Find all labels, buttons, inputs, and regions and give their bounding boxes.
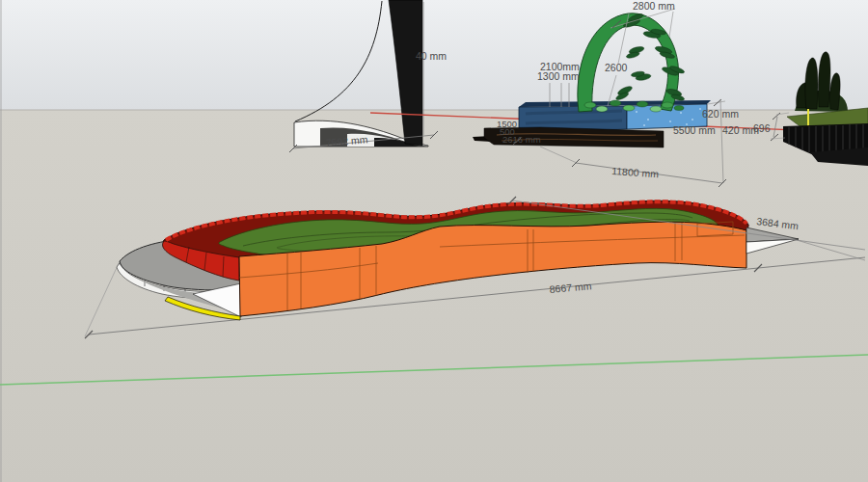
scene-canvas[interactable]: 40 mm 7592 mm (0, 0, 868, 482)
dim-label-arch-span[interactable]: 2600 (605, 62, 628, 73)
ground-plane (0, 110, 868, 482)
dim-label-arch-overall[interactable]: 2800 mm (633, 0, 675, 12)
dim-label-base-c[interactable]: 2616 mm (502, 134, 541, 145)
dim-label-box-length[interactable]: 5500 mm (673, 124, 716, 136)
model-viewport[interactable]: 40 mm 7592 mm (0, 0, 868, 482)
dim-label-dark-planter[interactable]: 696 (753, 122, 771, 134)
dim-label-tower-height[interactable]: 40 mm (416, 50, 447, 62)
dim-label-arch-h2[interactable]: 1300 mm (537, 70, 580, 82)
